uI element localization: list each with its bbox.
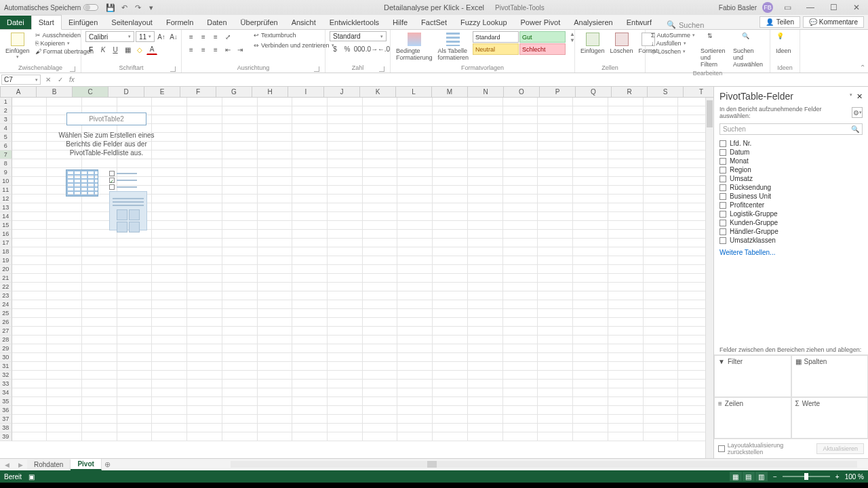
cell[interactable]	[328, 274, 363, 283]
field-checkbox[interactable]	[719, 193, 726, 200]
cell[interactable]	[503, 371, 538, 380]
row-header[interactable]: 32	[0, 371, 12, 380]
cell[interactable]	[644, 274, 679, 283]
cell[interactable]	[538, 380, 573, 388]
cell[interactable]	[152, 336, 187, 344]
share-button[interactable]: 👤Teilen	[760, 16, 800, 28]
cell[interactable]	[328, 291, 363, 300]
cell[interactable]	[468, 432, 503, 441]
cell[interactable]	[538, 186, 573, 195]
cell[interactable]	[397, 115, 433, 124]
pivot-field[interactable]: Händler-Gruppe	[719, 227, 863, 236]
field-checkbox[interactable]	[719, 176, 726, 182]
row-header[interactable]: 15	[0, 221, 12, 230]
cell[interactable]	[292, 397, 328, 406]
cell[interactable]	[644, 195, 679, 203]
column-header[interactable]: P	[540, 87, 576, 97]
row-header[interactable]: 33	[0, 380, 12, 388]
cell[interactable]	[644, 168, 679, 177]
cell[interactable]	[47, 362, 82, 371]
cell[interactable]	[187, 265, 222, 274]
cell[interactable]	[328, 195, 363, 203]
cell[interactable]	[608, 388, 644, 397]
view-pagelayout-icon[interactable]: ▤	[743, 472, 755, 481]
cell[interactable]	[468, 186, 503, 195]
cell[interactable]	[644, 291, 679, 300]
cell[interactable]	[328, 380, 363, 388]
cell[interactable]	[258, 300, 293, 309]
italic-button[interactable]: K	[98, 44, 108, 55]
insert-cells-button[interactable]: Einfügen	[579, 31, 606, 56]
cell[interactable]	[433, 124, 468, 133]
cell[interactable]	[12, 371, 47, 380]
cell[interactable]	[258, 291, 293, 300]
cell[interactable]	[363, 300, 398, 309]
cell[interactable]	[12, 212, 47, 221]
cell[interactable]	[363, 336, 398, 344]
cell[interactable]	[12, 256, 47, 265]
cell[interactable]	[644, 424, 679, 432]
cell[interactable]	[222, 265, 258, 274]
cell[interactable]	[397, 353, 433, 362]
column-header[interactable]: Q	[576, 87, 612, 97]
cell[interactable]	[363, 309, 398, 318]
cell[interactable]	[433, 239, 468, 247]
tell-me-search[interactable]: 🔍Suchen	[667, 20, 704, 29]
cell[interactable]	[47, 318, 82, 327]
cell[interactable]	[258, 415, 293, 424]
cell[interactable]	[538, 424, 573, 432]
cell[interactable]	[152, 415, 187, 424]
cell[interactable]	[12, 353, 47, 362]
cell[interactable]	[222, 203, 258, 212]
cell[interactable]	[363, 353, 398, 362]
cell[interactable]	[433, 98, 468, 106]
fx-icon[interactable]: fx	[69, 76, 75, 83]
minimize-icon[interactable]: —	[802, 1, 819, 14]
cell[interactable]	[363, 424, 398, 432]
cell[interactable]	[573, 247, 608, 256]
sheet-tab-pivot[interactable]: Pivot	[71, 459, 101, 470]
cell[interactable]	[222, 300, 258, 309]
cell[interactable]	[608, 309, 644, 318]
grow-font-button[interactable]: A↑	[156, 31, 167, 42]
zoom-slider[interactable]	[783, 476, 830, 477]
cell[interactable]	[82, 415, 117, 424]
cell[interactable]	[363, 98, 398, 106]
cell[interactable]	[433, 133, 468, 142]
cell[interactable]	[47, 256, 82, 265]
cell[interactable]	[222, 177, 258, 186]
cell[interactable]	[644, 124, 679, 133]
cell[interactable]	[363, 406, 398, 415]
cell[interactable]	[258, 380, 293, 388]
cell[interactable]	[12, 221, 47, 230]
row-header[interactable]: 3	[0, 115, 12, 124]
cell[interactable]	[538, 221, 573, 230]
tab-start[interactable]: Start	[31, 15, 62, 30]
cell[interactable]	[573, 380, 608, 388]
cell[interactable]	[468, 106, 503, 115]
cell[interactable]	[397, 362, 433, 371]
cell[interactable]	[258, 406, 293, 415]
cell[interactable]	[468, 195, 503, 203]
cell[interactable]	[328, 397, 363, 406]
cell[interactable]	[12, 283, 47, 291]
cell[interactable]	[397, 186, 433, 195]
cell[interactable]	[608, 195, 644, 203]
pivot-field[interactable]: Logistik-Gruppe	[719, 209, 863, 218]
row-header[interactable]: 26	[0, 318, 12, 327]
cell[interactable]	[538, 309, 573, 318]
cell[interactable]	[538, 336, 573, 344]
cell[interactable]	[222, 150, 258, 159]
row-header[interactable]: 16	[0, 230, 12, 239]
cell[interactable]	[222, 415, 258, 424]
cell[interactable]	[12, 115, 47, 124]
cell[interactable]	[152, 239, 187, 247]
cell[interactable]	[433, 177, 468, 186]
cell[interactable]	[117, 283, 153, 291]
cell[interactable]	[82, 283, 117, 291]
cell[interactable]	[222, 336, 258, 344]
cell[interactable]	[608, 168, 644, 177]
cell[interactable]	[363, 388, 398, 397]
cell[interactable]	[644, 106, 679, 115]
cell[interactable]	[292, 106, 328, 115]
